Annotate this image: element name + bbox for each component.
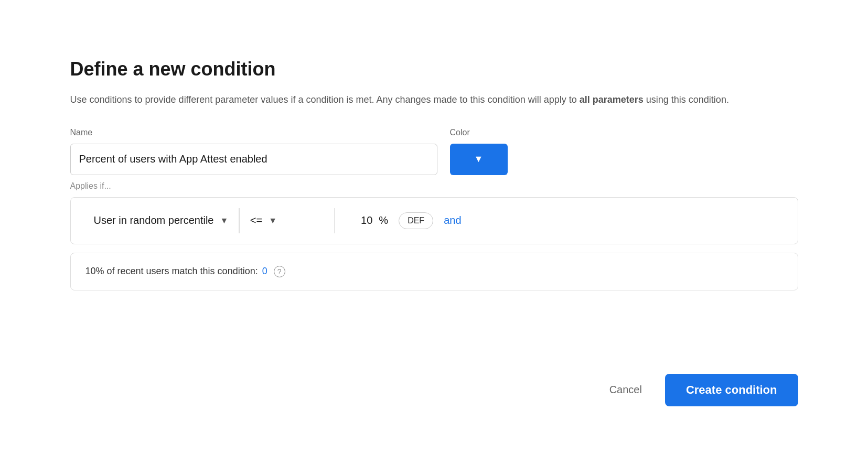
- condition-chevron-icon: ▼: [220, 216, 229, 225]
- match-count: 0: [262, 266, 267, 277]
- description-bold: all parameters: [580, 94, 644, 105]
- description-text-part1: Use conditions to provide different para…: [70, 94, 580, 105]
- condition-row: User in random percentile ▼ <= ▼ % DEF a…: [70, 197, 798, 244]
- operator-chevron-icon: ▼: [269, 216, 277, 225]
- dialog-actions: Cancel Create condition: [70, 374, 798, 406]
- applies-if-label: Applies if...: [70, 181, 798, 191]
- color-label: Color: [450, 128, 508, 137]
- operator-dropdown[interactable]: <= ▼: [240, 208, 334, 233]
- cancel-button[interactable]: Cancel: [599, 375, 652, 404]
- match-text-prefix: 10% of recent users match this condition…: [85, 266, 258, 277]
- applies-if-section: Applies if... User in random percentile …: [70, 181, 798, 322]
- help-icon[interactable]: ?: [274, 266, 285, 277]
- and-button[interactable]: and: [444, 214, 461, 226]
- color-field-group: Color ▼: [450, 128, 508, 175]
- percentile-value-input[interactable]: [335, 208, 377, 233]
- operator-label: <=: [250, 214, 262, 226]
- color-dropdown-button[interactable]: ▼: [450, 144, 508, 175]
- match-info-box: 10% of recent users match this condition…: [70, 253, 798, 290]
- def-badge[interactable]: DEF: [399, 212, 433, 229]
- condition-type-label: User in random percentile: [94, 214, 214, 226]
- description-text-part2: using this condition.: [646, 94, 729, 105]
- create-condition-button[interactable]: Create condition: [665, 374, 798, 406]
- name-color-row: Name Color ▼: [70, 128, 798, 175]
- chevron-down-icon: ▼: [474, 154, 484, 165]
- name-input[interactable]: [70, 144, 437, 175]
- name-label: Name: [70, 128, 437, 137]
- condition-type-dropdown[interactable]: User in random percentile ▼: [83, 208, 239, 233]
- dialog-description: Use conditions to provide different para…: [70, 93, 798, 107]
- dialog-title: Define a new condition: [70, 58, 798, 80]
- name-field-group: Name: [70, 128, 437, 175]
- percent-symbol: %: [377, 208, 390, 233]
- define-condition-dialog: Define a new condition Use conditions to…: [41, 33, 828, 431]
